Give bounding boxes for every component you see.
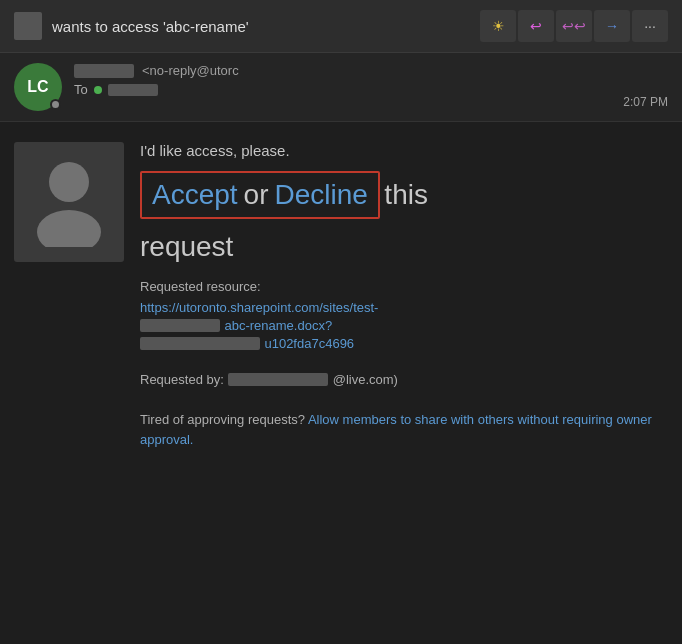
requester-name-blurred [228,373,328,386]
decline-link[interactable]: Decline [275,179,368,211]
tired-text: Tired of approving requests? [140,412,305,427]
resource-label: Requested resource: [140,279,668,294]
avatar-status-dot [50,99,61,110]
to-status-dot [94,86,102,94]
requested-by-section: Requested by: @live.com) [140,370,668,388]
svg-point-0 [49,162,89,202]
avatar-initials: LC [27,78,48,96]
sender-email: <no-reply@utorc [142,63,239,78]
to-label: To [74,82,88,97]
or-text: or [244,179,269,211]
accept-decline-container: Accept or Decline this [140,171,668,223]
email-subject: wants to access 'abc-rename' [52,18,470,35]
to-name-blurred [108,84,158,96]
url-blurred-1 [140,319,220,332]
person-avatar [14,142,124,262]
avatar: LC [14,63,62,111]
resource-url-part1[interactable]: https://utoronto.sharepoint.com/sites/te… [140,300,378,315]
reply-button[interactable]: ↩ [518,10,554,42]
accept-link[interactable]: Accept [152,179,238,211]
this-text: this [384,179,428,210]
sender-name-row: <no-reply@utorc [74,63,611,78]
sender-row: LC <no-reply@utorc To 2:07 PM [0,53,682,122]
forward-button[interactable]: → [594,10,630,42]
tired-section: Tired of approving requests? Allow membe… [140,410,668,449]
brightness-button[interactable]: ☀ [480,10,516,42]
intro-text: I'd like access, please. [140,142,668,159]
more-button[interactable]: ··· [632,10,668,42]
timestamp: 2:07 PM [623,95,668,111]
url-blurred-2 [140,337,260,350]
resource-section: Requested resource: https://utoronto.sha… [140,279,668,352]
requested-by-label: Requested by: [140,372,224,387]
url-text-3: u102fda7c4696 [264,336,354,351]
resource-url-part3[interactable]: u102fda7c4696 [264,336,354,351]
url-text-1: https://utoronto.sharepoint.com/sites/te… [140,300,378,315]
requester-domain: @live.com) [333,372,398,387]
url-text-2: abc-rename.docx? [224,318,332,333]
header-actions: ☀ ↩ ↩↩ → ··· [480,10,668,42]
request-text: request [140,231,668,263]
sender-info: <no-reply@utorc To [74,63,611,97]
to-row: To [74,82,611,97]
resource-url: https://utoronto.sharepoint.com/sites/te… [140,298,668,352]
accept-decline-box: Accept or Decline [140,171,380,219]
header-avatar-square [14,12,42,40]
email-body: I'd like access, please. Accept or Decli… [0,122,682,463]
email-content: I'd like access, please. Accept or Decli… [140,142,668,449]
resource-url-part2[interactable]: abc-rename.docx? [224,318,332,333]
reply-all-button[interactable]: ↩↩ [556,10,592,42]
email-header: wants to access 'abc-rename' ☀ ↩ ↩↩ → ··… [0,0,682,53]
sender-name-blurred [74,64,134,78]
svg-point-1 [37,210,101,247]
person-icon [34,157,104,247]
